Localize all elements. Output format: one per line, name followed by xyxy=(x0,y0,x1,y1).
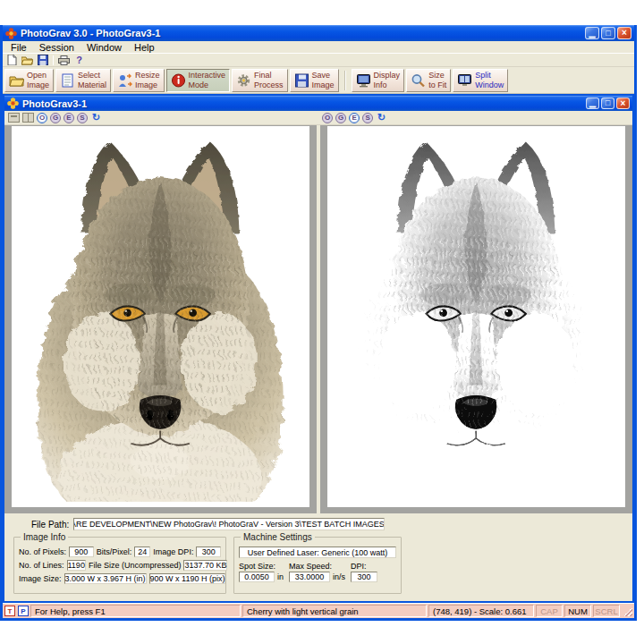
print-icon xyxy=(58,55,70,65)
open-image-label: Open Image xyxy=(27,71,49,89)
main-toolbar: Open Image Select Material Resize Image xyxy=(3,67,634,94)
bits-value: 24 xyxy=(134,547,150,557)
image-info-title: Image Info xyxy=(21,532,68,542)
help-icon: ? xyxy=(76,55,82,65)
right-view-controls: O G E S ↻ xyxy=(322,112,387,123)
image-panes xyxy=(4,125,632,513)
simulated-view-button-left[interactable]: S xyxy=(77,113,88,123)
select-material-icon xyxy=(60,73,75,88)
select-material-button[interactable]: Select Material xyxy=(55,69,111,92)
max-speed-unit: in/s xyxy=(333,572,345,581)
final-process-button[interactable]: Final Process xyxy=(232,69,288,92)
spot-size-unit: in xyxy=(277,572,284,581)
menu-file[interactable]: File xyxy=(4,41,33,54)
open-button[interactable] xyxy=(21,54,34,66)
image-size-label: Image Size: xyxy=(19,574,62,583)
size-to-fit-button[interactable]: Size to Fit xyxy=(406,69,451,92)
image-info-group: Image Info No. of Pixels: 900 Bits/Pixel… xyxy=(13,537,226,594)
original-view-button-left[interactable]: O xyxy=(37,113,47,123)
toolbar-separator xyxy=(344,71,346,90)
display-info-icon xyxy=(356,73,371,88)
final-process-icon xyxy=(236,73,251,88)
resize-image-button[interactable]: Resize Image xyxy=(113,69,165,92)
save-image-button[interactable]: Save Image xyxy=(290,69,339,92)
machine-settings-title: Machine Settings xyxy=(241,532,315,542)
resize-image-icon xyxy=(117,73,132,88)
engraved-view-button-left[interactable]: E xyxy=(64,113,74,123)
status-coords-text: (748, 419) - Scale: 0.661 xyxy=(428,605,534,617)
max-speed-value: 33.0000 xyxy=(289,572,330,582)
quickbar-separator xyxy=(53,55,54,65)
child-flower-icon xyxy=(7,97,19,109)
simulated-view-button-right[interactable]: S xyxy=(362,113,373,123)
left-view-controls: O G E S ↻ xyxy=(8,112,102,123)
open-image-icon xyxy=(9,73,24,88)
engraved-image-pane[interactable] xyxy=(320,125,632,513)
save-image-label: Save Image xyxy=(312,71,335,89)
final-process-label: Final Process xyxy=(254,71,284,89)
split-window-label: Split Window xyxy=(475,71,504,89)
split-pane-layout-icon[interactable] xyxy=(22,113,34,123)
machine-dpi-value: 300 xyxy=(351,572,377,582)
main-titlebar[interactable]: PhotoGrav 3.0 - PhotoGrav3-1 ▁ □ × xyxy=(3,25,634,41)
filesize-value: 3137.70 KB xyxy=(183,560,227,571)
status-material-text: Cherry with light vertical grain xyxy=(242,605,427,617)
display-info-label: Display Info xyxy=(374,71,401,89)
image-size-px: 900 W x 1190 H (pix) xyxy=(149,573,226,584)
original-wolf-image xyxy=(31,131,289,501)
pixels-label: No. of Pixels: xyxy=(19,547,66,556)
statusbar-t-icon[interactable]: T xyxy=(4,606,15,616)
grayscale-view-button-left[interactable]: G xyxy=(50,113,61,123)
menu-session[interactable]: Session xyxy=(33,41,80,54)
laser-field: User Defined Laser: Generic (100 watt) xyxy=(239,547,396,558)
bits-label: Bits/Pixel: xyxy=(97,547,132,556)
save-button[interactable] xyxy=(36,54,49,66)
info-panel: File Path: I:\- SOFTWARE DEVELOPMENT\NEW… xyxy=(4,513,632,601)
resize-grip[interactable] xyxy=(622,605,633,617)
save-image-icon xyxy=(294,73,309,88)
file-path-label: File Path: xyxy=(31,520,69,530)
maximize-button[interactable]: □ xyxy=(601,27,615,39)
scroll-lock-indicator: SCRL xyxy=(593,605,620,617)
num-lock-indicator: NUM xyxy=(564,605,591,617)
photograv-child-window: PhotoGrav3-1 ▁ □ × O G E S ↻ O G E xyxy=(3,94,634,603)
file-path-field: I:\- SOFTWARE DEVELOPMENT\NEW PhotoGrav\… xyxy=(73,518,385,530)
size-to-fit-label: Size to Fit xyxy=(428,71,446,89)
display-info-button[interactable]: Display Info xyxy=(352,69,405,92)
open-folder-icon xyxy=(21,55,33,65)
minimize-button[interactable]: ▁ xyxy=(585,27,599,39)
engraved-view-button-right[interactable]: E xyxy=(349,113,360,123)
help-button[interactable]: ? xyxy=(72,54,86,66)
filesize-label: File Size (Uncompressed) xyxy=(89,561,182,570)
menu-window[interactable]: Window xyxy=(80,41,128,54)
size-to-fit-icon xyxy=(411,73,426,88)
spot-size-value: 0.0050 xyxy=(239,572,275,582)
statusbar-p-icon[interactable]: P xyxy=(18,606,29,616)
child-close-button[interactable]: × xyxy=(616,97,630,109)
split-window-icon xyxy=(457,73,472,88)
original-view-button-right[interactable]: O xyxy=(322,113,333,123)
refresh-view-icon-right[interactable]: ↻ xyxy=(376,112,387,123)
engraved-wolf-image xyxy=(347,131,605,501)
interactive-mode-icon xyxy=(171,73,186,88)
new-button[interactable] xyxy=(5,54,19,66)
split-window-button[interactable]: Split Window xyxy=(453,69,508,92)
image-dpi-value: 300 xyxy=(196,547,221,557)
interactive-mode-button[interactable]: Interactive Mode xyxy=(166,69,231,92)
single-pane-layout-icon[interactable] xyxy=(8,113,20,123)
print-button[interactable] xyxy=(57,54,71,66)
machine-dpi-label: DPI: xyxy=(351,562,377,571)
save-floppy-icon xyxy=(38,55,48,65)
child-minimize-button[interactable]: ▁ xyxy=(586,97,599,109)
menu-help[interactable]: Help xyxy=(128,41,161,54)
grayscale-view-button-right[interactable]: G xyxy=(335,113,346,123)
original-image-pane[interactable] xyxy=(4,125,317,513)
spot-size-label: Spot Size: xyxy=(239,562,284,571)
close-button[interactable]: × xyxy=(617,27,631,39)
refresh-view-icon-left[interactable]: ↻ xyxy=(90,112,102,123)
machine-settings-group: Machine Settings User Defined Laser: Gen… xyxy=(233,537,402,594)
open-image-button[interactable]: Open Image xyxy=(4,69,54,92)
child-titlebar[interactable]: PhotoGrav3-1 ▁ □ × xyxy=(4,96,632,111)
quick-toolbar: ? xyxy=(3,54,634,67)
child-maximize-button[interactable]: □ xyxy=(601,97,614,109)
